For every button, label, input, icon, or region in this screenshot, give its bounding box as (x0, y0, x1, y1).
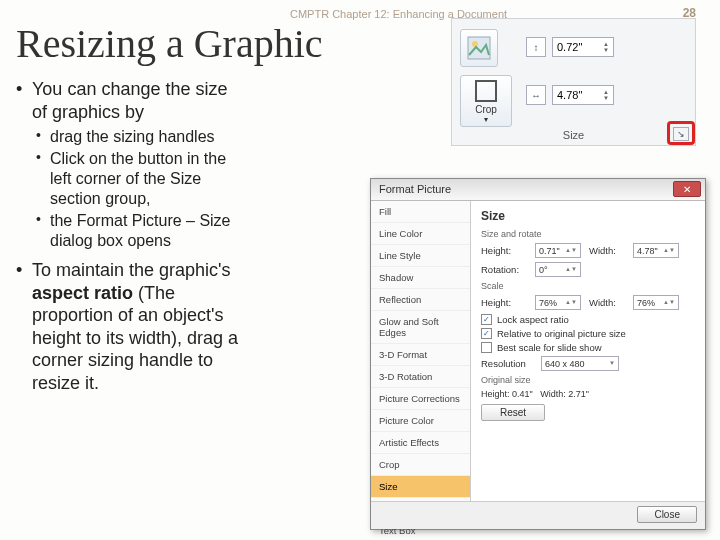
width-spinner[interactable]: 4.78"▲▼ (552, 85, 614, 105)
dropdown-icon: ▼ (609, 361, 615, 366)
ribbon-size-group: Crop ▾ ↕ 0.72"▲▼ ↔ 4.78"▲▼ Size ↘ (451, 18, 696, 146)
chk2-label: Relative to original picture size (497, 328, 626, 339)
spinner-icon: ▲▼ (663, 248, 675, 253)
bullet-2-l3: proportion of an object's (32, 305, 224, 325)
sub-2-l3: section group, (50, 190, 151, 207)
height-icon: ↕ (526, 37, 546, 57)
scale-height-value: 76% (539, 298, 557, 308)
reset-button[interactable]: Reset (481, 404, 545, 421)
spinner-icon: ▲▼ (663, 300, 675, 305)
bullet-2-bold: aspect ratio (32, 283, 133, 303)
nav-3d-rotation[interactable]: 3-D Rotation (371, 366, 470, 388)
scale-height-label: Height: (481, 297, 535, 308)
svg-point-1 (472, 41, 478, 47)
spinner-icon: ▲▼ (565, 267, 577, 272)
bullet-2-l6: resize it. (32, 373, 99, 393)
height-label: Height: (481, 245, 535, 256)
width-icon: ↔ (526, 85, 546, 105)
nav-pic-color[interactable]: Picture Color (371, 410, 470, 432)
crop-label: Crop (475, 104, 497, 115)
nav-pic-corrections[interactable]: Picture Corrections (371, 388, 470, 410)
format-picture-dialog: Format Picture ✕ Fill Line Color Line St… (370, 178, 706, 530)
rotation-label: Rotation: (481, 264, 535, 275)
spinner-icon: ▲▼ (565, 248, 577, 253)
sub-2-l2: left corner of the Size (50, 170, 201, 187)
picture-placeholder-button[interactable] (460, 29, 498, 67)
nav-line-color[interactable]: Line Color (371, 223, 470, 245)
nav-3d-format[interactable]: 3-D Format (371, 344, 470, 366)
width-field[interactable]: 4.78"▲▼ (633, 243, 679, 258)
dialog-footer: Close (371, 501, 705, 529)
dropdown-arrow-icon: ▾ (461, 115, 511, 124)
orig-width: Width: 2.71" (540, 389, 589, 399)
orig-height: Height: 0.41" (481, 389, 533, 399)
height-field-value: 0.71" (539, 246, 560, 256)
sub-3-l2: dialog box opens (50, 232, 171, 249)
rotation-field[interactable]: 0°▲▼ (535, 262, 581, 277)
bullet-2-l5: corner sizing handle to (32, 350, 213, 370)
resolution-value: 640 x 480 (545, 359, 585, 369)
chk3-label: Best scale for slide show (497, 342, 602, 353)
nav-fill[interactable]: Fill (371, 201, 470, 223)
bullet-1-line1: You can change the size (32, 79, 228, 99)
picture-icon (466, 35, 492, 61)
height-spinner[interactable]: 0.72"▲▼ (552, 37, 614, 57)
lock-aspect-checkbox[interactable]: ✓Lock aspect ratio (481, 314, 695, 325)
nav-size[interactable]: Size (371, 476, 470, 498)
crop-button[interactable]: Crop ▾ (460, 75, 512, 127)
checkbox-icon: ✓ (481, 328, 492, 339)
sub-2-l1: Click on the button in the (50, 150, 226, 167)
resolution-field[interactable]: 640 x 480▼ (541, 356, 619, 371)
checkbox-icon: ✓ (481, 314, 492, 325)
relative-original-checkbox[interactable]: ✓Relative to original picture size (481, 328, 695, 339)
bullet-1-line2: of graphics by (32, 102, 144, 122)
scale-height-field[interactable]: 76%▲▼ (535, 295, 581, 310)
bullet-2-l2b: (The (133, 283, 175, 303)
nav-glow[interactable]: Glow and Soft Edges (371, 311, 470, 344)
group-label: Size (452, 129, 695, 141)
spinner-arrows-icon: ▲▼ (603, 89, 609, 101)
chk1-label: Lock aspect ratio (497, 314, 569, 325)
scale-width-value: 76% (637, 298, 655, 308)
resolution-label: Resolution (481, 358, 541, 369)
dialog-titlebar: Format Picture ✕ (371, 179, 705, 201)
checkbox-icon (481, 342, 492, 353)
width-label: Width: (589, 245, 633, 256)
body-text: You can change the size of graphics by d… (16, 78, 366, 402)
close-dialog-button[interactable]: Close (637, 506, 697, 523)
dialog-pane: Size Size and rotate Height: 0.71"▲▼ Wid… (471, 201, 705, 501)
nav-line-style[interactable]: Line Style (371, 245, 470, 267)
pane-heading: Size (481, 209, 695, 223)
section-scale: Scale (481, 281, 695, 291)
height-field[interactable]: 0.71"▲▼ (535, 243, 581, 258)
nav-reflection[interactable]: Reflection (371, 289, 470, 311)
close-button[interactable]: ✕ (673, 181, 701, 197)
width-value: 4.78" (557, 89, 582, 101)
nav-shadow[interactable]: Shadow (371, 267, 470, 289)
slide-title: Resizing a Graphic (16, 20, 323, 67)
crop-icon (475, 80, 497, 102)
nav-crop[interactable]: Crop (371, 454, 470, 476)
scale-width-label: Width: (589, 297, 633, 308)
bullet-2-l1: To maintain the graphic's (32, 260, 231, 280)
sub-3-l1: the Format Picture – Size (50, 212, 231, 229)
spinner-icon: ▲▼ (565, 300, 577, 305)
section-original: Original size (481, 375, 695, 385)
sub-1: drag the sizing handles (32, 127, 366, 147)
nav-artistic[interactable]: Artistic Effects (371, 432, 470, 454)
section-size-rotate: Size and rotate (481, 229, 695, 239)
bullet-2-l4: height to its width), drag a (32, 328, 238, 348)
width-field-value: 4.78" (637, 246, 658, 256)
rotation-value: 0° (539, 265, 548, 275)
dialog-launcher-button[interactable]: ↘ (673, 127, 689, 141)
dialog-title: Format Picture (379, 183, 451, 195)
dialog-nav: Fill Line Color Line Style Shadow Reflec… (371, 201, 471, 501)
best-scale-checkbox[interactable]: Best scale for slide show (481, 342, 695, 353)
height-value: 0.72" (557, 41, 582, 53)
scale-width-field[interactable]: 76%▲▼ (633, 295, 679, 310)
spinner-arrows-icon: ▲▼ (603, 41, 609, 53)
